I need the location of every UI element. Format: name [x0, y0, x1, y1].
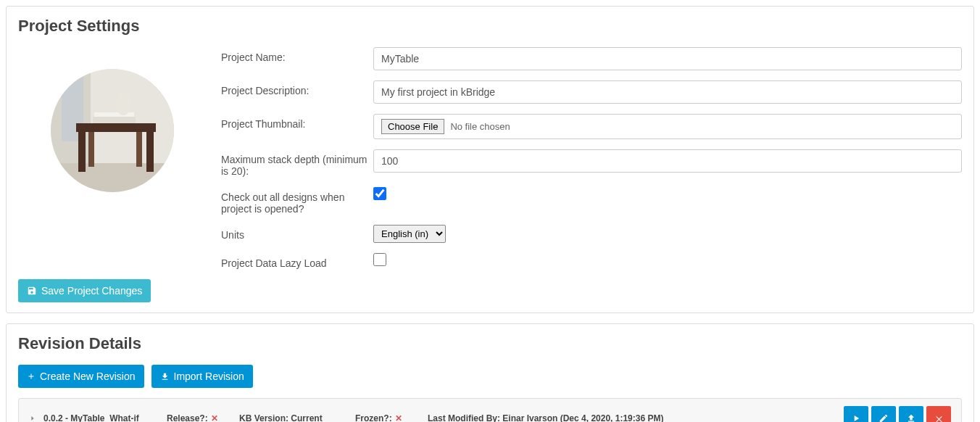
- save-icon: [27, 286, 37, 296]
- upload-button[interactable]: [899, 406, 923, 422]
- edit-button[interactable]: [871, 406, 896, 422]
- save-project-button[interactable]: Save Project Changes: [18, 279, 151, 302]
- create-revision-button[interactable]: Create New Revision: [18, 365, 144, 388]
- plus-icon: [27, 372, 36, 381]
- project-name-label: Project Name:: [221, 47, 373, 63]
- project-settings-panel: Project Settings: [6, 6, 974, 313]
- download-icon: [160, 372, 170, 381]
- settings-form: Project Name: Project Description: Proje…: [221, 47, 962, 279]
- create-revision-label: Create New Revision: [40, 371, 136, 382]
- svg-rect-4: [51, 163, 174, 192]
- lazy-load-checkbox[interactable]: [373, 253, 386, 266]
- choose-file-button[interactable]: Choose File: [381, 119, 444, 134]
- revision-release: Release?: ✕: [167, 413, 239, 422]
- project-thumbnail-label: Project Thumbnail:: [221, 114, 373, 130]
- svg-rect-6: [78, 132, 86, 172]
- project-thumbnail-image: [51, 69, 174, 192]
- svg-point-12: [115, 92, 131, 115]
- import-revision-button[interactable]: Import Revision: [151, 365, 253, 388]
- svg-rect-11: [93, 117, 136, 123]
- x-icon: ✕: [211, 413, 218, 422]
- chevron-right-icon[interactable]: [29, 415, 36, 422]
- revision-name: 0.0.2 - MyTable_What-if: [43, 413, 167, 422]
- file-status-text: No file chosen: [450, 121, 510, 132]
- project-description-input[interactable]: [373, 80, 962, 104]
- project-name-input[interactable]: [373, 47, 962, 70]
- revision-details-title: Revision Details: [18, 334, 962, 353]
- project-description-label: Project Description:: [221, 80, 373, 96]
- checkout-label: Check out all designs when project is op…: [221, 187, 373, 215]
- import-revision-label: Import Revision: [174, 371, 244, 382]
- svg-rect-9: [136, 132, 142, 167]
- table-icon: [51, 69, 174, 192]
- revision-details-panel: Revision Details Create New Revision Imp…: [6, 323, 974, 422]
- revision-kb-version: KB Version: Current: [239, 413, 355, 422]
- svg-rect-7: [146, 132, 154, 172]
- svg-rect-10: [94, 112, 134, 117]
- revision-row: 0.0.2 - MyTable_What-if Release?: ✕ KB V…: [18, 398, 962, 422]
- units-label: Units: [221, 225, 373, 241]
- units-select[interactable]: English (in): [373, 225, 446, 243]
- play-button[interactable]: [844, 406, 868, 422]
- x-icon: ✕: [395, 413, 402, 422]
- save-project-label: Save Project Changes: [41, 285, 142, 297]
- checkout-checkbox[interactable]: [373, 187, 386, 200]
- revision-modified-by: Last Modified By: Einar Ivarson (Dec 4, …: [428, 413, 844, 422]
- revision-frozen: Frozen?: ✕: [355, 413, 428, 422]
- thumbnail-column: [18, 47, 207, 279]
- delete-button[interactable]: [926, 406, 951, 422]
- stack-depth-input[interactable]: [373, 149, 962, 173]
- svg-rect-8: [88, 132, 94, 167]
- project-settings-title: Project Settings: [18, 17, 962, 36]
- stack-depth-label: Maximum stack depth (minimum is 20):: [221, 149, 373, 177]
- svg-rect-5: [76, 123, 156, 132]
- lazy-load-label: Project Data Lazy Load: [221, 253, 373, 269]
